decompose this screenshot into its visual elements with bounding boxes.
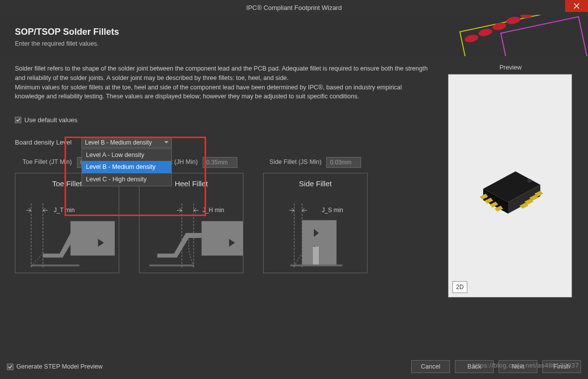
svg-rect-30 [302, 220, 336, 265]
svg-point-3 [478, 28, 493, 38]
svg-marker-34 [290, 264, 342, 266]
header-artwork [444, 15, 588, 56]
finish-button[interactable]: Finish [542, 360, 581, 373]
preview-2d-button[interactable]: 2D [452, 281, 467, 293]
side-fillet-group: Side Fillet (JS Min) 0.03mm Side Fillet … [263, 157, 368, 274]
chevron-down-icon [164, 141, 168, 144]
side-fillet-label: Side Fillet (JS Min) [270, 157, 322, 167]
close-button[interactable] [565, 0, 588, 12]
svg-rect-16 [71, 221, 115, 255]
svg-rect-0 [460, 15, 588, 56]
heel-diagram-box: Heel Fillet J_H min [139, 173, 243, 274]
density-select[interactable]: Level B - Medium density [81, 137, 172, 148]
check-icon [8, 365, 12, 369]
density-option-a[interactable]: Level A - Low density [82, 149, 171, 161]
window-title: IPC® Compliant Footprint Wizard [246, 4, 342, 11]
svg-rect-33 [313, 247, 319, 266]
svg-point-2 [464, 34, 479, 44]
use-default-label: Use default values [24, 115, 77, 125]
generate-step-checkbox[interactable] [7, 364, 13, 370]
heel-diagram: J_H min [140, 193, 243, 273]
side-diagram-title: Side Fillet [264, 173, 367, 194]
side-diagram: J_S min [264, 193, 367, 273]
density-label: Board density Level [15, 138, 75, 148]
wizard-header: SOP/TSOP Solder Fillets Enter the requir… [0, 15, 588, 56]
description-text: Solder fillet refers to the shape of the… [15, 64, 432, 101]
svg-rect-23 [202, 221, 243, 255]
svg-marker-25 [157, 233, 202, 258]
toe-diagram: J_T min [15, 193, 119, 273]
generate-step-label: Generate STEP Model Preview [16, 363, 102, 370]
svg-marker-26 [149, 264, 194, 266]
side-diagram-box: Side Fillet J_S min [263, 173, 368, 274]
toe-diagram-box: Toe Fillet J_T min [15, 173, 119, 274]
preview-label: Preview [448, 64, 573, 71]
svg-point-4 [492, 21, 507, 31]
density-option-c[interactable]: Level C - High density [82, 173, 171, 186]
side-fillet-input[interactable]: 0.03mm [326, 157, 361, 168]
close-icon [574, 3, 580, 9]
svg-marker-19 [31, 264, 79, 266]
heel-fillet-input[interactable]: 0.35mm [203, 157, 237, 168]
svg-point-5 [506, 15, 520, 25]
check-icon [16, 118, 20, 122]
svg-point-38 [527, 179, 531, 183]
svg-text:J_H min: J_H min [203, 207, 224, 214]
cancel-button[interactable]: Cancel [411, 360, 450, 373]
preview-3d-model [448, 75, 573, 298]
back-button[interactable]: Back [455, 360, 494, 373]
wizard-footer: Generate STEP Model Preview Cancel Back … [0, 354, 588, 379]
svg-text:J_T min: J_T min [54, 207, 74, 214]
toe-fillet-label: Toe Fillet (JT Min) [22, 157, 72, 167]
titlebar: IPC® Compliant Footprint Wizard [0, 0, 588, 15]
use-default-checkbox[interactable] [15, 117, 21, 123]
density-option-b[interactable]: Level B - Medium density [82, 161, 171, 173]
svg-text:J_S min: J_S min [322, 207, 343, 214]
preview-viewport[interactable]: 2D [448, 74, 572, 298]
next-button[interactable]: Next [499, 360, 537, 373]
density-dropdown: Level A - Low density Level B - Medium d… [81, 149, 172, 186]
density-selected-value: Level B - Medium density [85, 138, 152, 147]
